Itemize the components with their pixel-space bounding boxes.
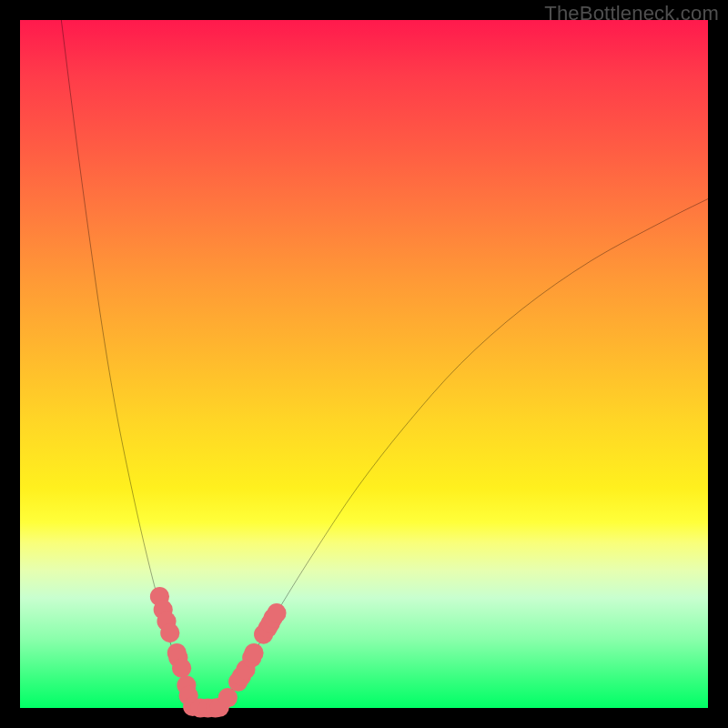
marker-right-cluster (244, 643, 263, 662)
watermark-text: TheBottleneck.com (544, 2, 719, 25)
plot-area (20, 20, 708, 708)
marker-layer (150, 587, 287, 718)
series-right-branch (219, 199, 708, 708)
marker-right-cluster (267, 603, 286, 622)
series-left-branch (61, 20, 192, 708)
chart-svg (20, 20, 708, 708)
marker-left-cluster (160, 623, 179, 642)
marker-left-cluster (172, 659, 191, 678)
outer-frame: TheBottleneck.com (0, 0, 728, 728)
marker-right-cluster (218, 688, 238, 707)
watermark-label: TheBottleneck.com (544, 2, 719, 25)
